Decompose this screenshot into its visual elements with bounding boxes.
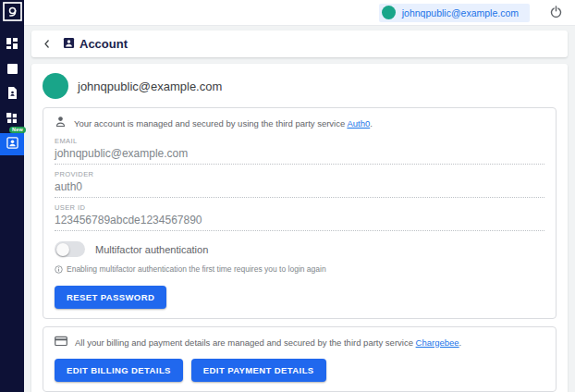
user-id-field: USER ID 123456789abcde1234567890 [55,198,544,231]
billing-buttons: EDIT BILLING DETAILS EDIT PAYMENT DETAIL… [55,359,544,382]
auth-note-text: Your account is managed and secured by u… [74,118,347,129]
billing-box: All your billing and payment details are… [43,326,557,392]
document-person-icon [7,86,18,103]
app-logo[interactable] [0,0,24,26]
provider-field: PROVIDER auth0 [55,165,544,198]
logout-button[interactable] [550,5,562,21]
email-field: EMAIL johnqpublic@example.com [55,131,544,165]
topbar: johnqpublic@example.com [24,0,575,26]
field-value: auth0 [55,180,544,198]
account-card: johnqpublic@example.com Your account is … [31,64,568,392]
auth-note: Your account is managed and secured by u… [55,115,544,131]
user-menu[interactable]: johnqpublic@example.com [379,4,530,22]
field-value: johnqpublic@example.com [55,147,544,165]
account-info-box: Your account is managed and secured by u… [43,107,557,319]
chargebee-link[interactable]: Chargebee [416,337,459,348]
new-badge: New [9,127,26,134]
mfa-label: Multifactor authentication [95,244,208,255]
content: Account johnqpublic@example.com Your acc… [31,31,568,392]
info-icon [55,261,63,277]
sidebar-item-documents[interactable] [0,83,24,105]
profile-email: johnqpublic@example.com [78,80,222,93]
avatar [382,6,396,19]
chevron-left-icon [43,36,52,53]
square-icon [7,61,18,78]
field-label: PROVIDER [55,170,544,178]
mfa-toggle[interactable] [55,241,85,257]
sidebar-item-dashboard[interactable] [0,33,24,55]
page-title: Account [80,37,128,51]
sidebar: New [0,0,24,392]
account-box-icon [63,36,75,53]
power-icon [550,5,562,21]
reset-password-button[interactable]: RESET PASSWORD [55,286,166,309]
account-box-icon [6,136,18,153]
sidebar-item-board[interactable] [0,58,24,80]
billing-note-text: All your billing and payment details are… [75,337,416,348]
billing-note: All your billing and payment details are… [55,334,544,350]
apps-grid-icon [6,111,18,128]
person-icon [55,115,67,131]
field-label: EMAIL [55,137,544,145]
auth0-link[interactable]: Auth0 [347,118,370,129]
spiral-logo-icon [3,2,22,25]
sidebar-item-account[interactable] [0,133,24,155]
mfa-note: Enabling multifactor authentication the … [55,261,544,277]
profile-row: johnqpublic@example.com [43,73,557,99]
edit-billing-button[interactable]: EDIT BILLING DETAILS [55,359,183,382]
mfa-row: Multifactor authentication [55,241,544,257]
sidebar-item-apps[interactable]: New [0,108,24,130]
dashboard-icon [6,36,18,53]
page-header: Account [31,31,568,57]
avatar [43,73,68,99]
edit-payment-button[interactable]: EDIT PAYMENT DETAILS [191,359,326,382]
credit-card-icon [55,334,67,350]
sidebar-nav: New [0,33,24,158]
back-button[interactable] [43,36,52,53]
mfa-note-text: Enabling multifactor authentication the … [67,264,326,274]
field-value: 123456789abcde1234567890 [55,214,544,231]
user-email: johnqpublic@example.com [402,7,519,18]
field-label: USER ID [55,203,544,212]
